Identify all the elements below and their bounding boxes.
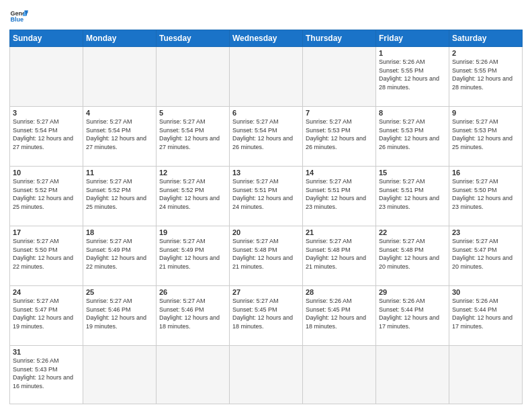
day-number: 27 xyxy=(232,288,300,296)
day-number: 11 xyxy=(86,169,153,177)
calendar-cell: 14Sunrise: 5:27 AM Sunset: 5:51 PM Dayli… xyxy=(303,167,376,226)
calendar-week-6: 31Sunrise: 5:26 AM Sunset: 5:43 PM Dayli… xyxy=(10,346,523,404)
day-number: 25 xyxy=(86,288,153,296)
calendar-week-3: 10Sunrise: 5:27 AM Sunset: 5:52 PM Dayli… xyxy=(10,167,523,226)
day-info: Sunrise: 5:27 AM Sunset: 5:53 PM Dayligh… xyxy=(379,118,446,151)
svg-text:Blue: Blue xyxy=(10,16,24,23)
day-number: 8 xyxy=(379,109,446,117)
day-info: Sunrise: 5:26 AM Sunset: 5:55 PM Dayligh… xyxy=(452,58,519,91)
calendar-cell: 25Sunrise: 5:27 AM Sunset: 5:46 PM Dayli… xyxy=(83,286,157,346)
day-number: 1 xyxy=(379,49,446,57)
calendar-cell xyxy=(83,47,157,107)
calendar-cell: 20Sunrise: 5:27 AM Sunset: 5:48 PM Dayli… xyxy=(230,226,303,286)
calendar-cell: 28Sunrise: 5:26 AM Sunset: 5:45 PM Dayli… xyxy=(303,286,376,346)
day-info: Sunrise: 5:27 AM Sunset: 5:48 PM Dayligh… xyxy=(306,237,373,271)
calendar-cell: 10Sunrise: 5:27 AM Sunset: 5:52 PM Dayli… xyxy=(10,167,83,226)
day-info: Sunrise: 5:26 AM Sunset: 5:44 PM Dayligh… xyxy=(379,297,446,330)
day-number: 24 xyxy=(13,288,80,296)
day-info: Sunrise: 5:26 AM Sunset: 5:43 PM Dayligh… xyxy=(13,357,80,390)
day-info: Sunrise: 5:27 AM Sunset: 5:52 PM Dayligh… xyxy=(86,177,153,211)
calendar-cell: 21Sunrise: 5:27 AM Sunset: 5:48 PM Dayli… xyxy=(303,226,376,286)
day-number: 14 xyxy=(306,169,373,177)
day-info: Sunrise: 5:27 AM Sunset: 5:51 PM Dayligh… xyxy=(232,177,300,211)
day-info: Sunrise: 5:27 AM Sunset: 5:54 PM Dayligh… xyxy=(232,118,300,151)
calendar-table: SundayMondayTuesdayWednesdayThursdayFrid… xyxy=(9,30,523,404)
day-info: Sunrise: 5:27 AM Sunset: 5:51 PM Dayligh… xyxy=(306,177,373,211)
day-info: Sunrise: 5:27 AM Sunset: 5:54 PM Dayligh… xyxy=(13,118,80,151)
calendar-cell: 29Sunrise: 5:26 AM Sunset: 5:44 PM Dayli… xyxy=(376,286,449,346)
day-number: 17 xyxy=(13,228,80,236)
header: General Blue xyxy=(9,7,523,26)
day-number: 3 xyxy=(13,109,80,117)
calendar-cell: 4Sunrise: 5:27 AM Sunset: 5:54 PM Daylig… xyxy=(83,107,157,167)
calendar-week-4: 17Sunrise: 5:27 AM Sunset: 5:50 PM Dayli… xyxy=(10,226,523,286)
day-info: Sunrise: 5:27 AM Sunset: 5:47 PM Dayligh… xyxy=(452,237,519,271)
calendar-cell: 5Sunrise: 5:27 AM Sunset: 5:54 PM Daylig… xyxy=(157,107,230,167)
generalblue-logo-icon: General Blue xyxy=(9,7,28,26)
day-info: Sunrise: 5:27 AM Sunset: 5:47 PM Dayligh… xyxy=(13,297,80,330)
weekday-header-wednesday: Wednesday xyxy=(230,30,303,47)
calendar-cell: 24Sunrise: 5:27 AM Sunset: 5:47 PM Dayli… xyxy=(10,286,83,346)
calendar-cell: 12Sunrise: 5:27 AM Sunset: 5:52 PM Dayli… xyxy=(157,167,230,226)
calendar-cell xyxy=(376,346,449,404)
calendar-cell: 11Sunrise: 5:27 AM Sunset: 5:52 PM Dayli… xyxy=(83,167,157,226)
day-info: Sunrise: 5:27 AM Sunset: 5:52 PM Dayligh… xyxy=(13,177,80,211)
day-info: Sunrise: 5:27 AM Sunset: 5:52 PM Dayligh… xyxy=(159,177,226,211)
day-info: Sunrise: 5:26 AM Sunset: 5:44 PM Dayligh… xyxy=(452,297,519,330)
day-number: 26 xyxy=(159,288,226,296)
day-number: 22 xyxy=(379,228,446,236)
logo: General Blue xyxy=(9,7,28,26)
day-number: 7 xyxy=(306,109,373,117)
calendar-cell: 15Sunrise: 5:27 AM Sunset: 5:51 PM Dayli… xyxy=(376,167,449,226)
day-info: Sunrise: 5:27 AM Sunset: 5:46 PM Dayligh… xyxy=(159,297,226,330)
calendar-cell: 31Sunrise: 5:26 AM Sunset: 5:43 PM Dayli… xyxy=(10,346,83,404)
day-number: 6 xyxy=(232,109,300,117)
day-info: Sunrise: 5:27 AM Sunset: 5:53 PM Dayligh… xyxy=(306,118,373,151)
calendar-cell: 7Sunrise: 5:27 AM Sunset: 5:53 PM Daylig… xyxy=(303,107,376,167)
calendar-cell: 23Sunrise: 5:27 AM Sunset: 5:47 PM Dayli… xyxy=(449,226,523,286)
day-number: 2 xyxy=(452,49,519,57)
day-number: 5 xyxy=(159,109,226,117)
day-info: Sunrise: 5:27 AM Sunset: 5:54 PM Dayligh… xyxy=(159,118,226,151)
calendar-cell: 17Sunrise: 5:27 AM Sunset: 5:50 PM Dayli… xyxy=(10,226,83,286)
calendar-cell: 19Sunrise: 5:27 AM Sunset: 5:49 PM Dayli… xyxy=(157,226,230,286)
calendar-cell: 22Sunrise: 5:27 AM Sunset: 5:48 PM Dayli… xyxy=(376,226,449,286)
calendar-cell xyxy=(83,346,157,404)
calendar-cell xyxy=(303,47,376,107)
calendar-cell xyxy=(230,47,303,107)
day-number: 4 xyxy=(86,109,153,117)
calendar-cell: 9Sunrise: 5:27 AM Sunset: 5:53 PM Daylig… xyxy=(449,107,523,167)
calendar-week-1: 1Sunrise: 5:26 AM Sunset: 5:55 PM Daylig… xyxy=(10,47,523,107)
day-number: 19 xyxy=(159,228,226,236)
weekday-header-sunday: Sunday xyxy=(10,30,83,47)
calendar-cell: 2Sunrise: 5:26 AM Sunset: 5:55 PM Daylig… xyxy=(449,47,523,107)
calendar-cell: 3Sunrise: 5:27 AM Sunset: 5:54 PM Daylig… xyxy=(10,107,83,167)
weekday-header-row: SundayMondayTuesdayWednesdayThursdayFrid… xyxy=(10,30,523,47)
day-number: 20 xyxy=(232,228,300,236)
day-number: 13 xyxy=(232,169,300,177)
day-number: 30 xyxy=(452,288,519,296)
day-number: 9 xyxy=(452,109,519,117)
calendar-cell: 13Sunrise: 5:27 AM Sunset: 5:51 PM Dayli… xyxy=(230,167,303,226)
calendar-cell xyxy=(157,47,230,107)
calendar-cell xyxy=(10,47,83,107)
day-number: 15 xyxy=(379,169,446,177)
day-number: 31 xyxy=(13,348,80,356)
day-info: Sunrise: 5:27 AM Sunset: 5:49 PM Dayligh… xyxy=(159,237,226,271)
day-info: Sunrise: 5:27 AM Sunset: 5:46 PM Dayligh… xyxy=(86,297,153,330)
day-info: Sunrise: 5:27 AM Sunset: 5:51 PM Dayligh… xyxy=(379,177,446,211)
day-info: Sunrise: 5:27 AM Sunset: 5:48 PM Dayligh… xyxy=(379,237,446,271)
day-number: 18 xyxy=(86,228,153,236)
day-number: 21 xyxy=(306,228,373,236)
calendar-cell: 26Sunrise: 5:27 AM Sunset: 5:46 PM Dayli… xyxy=(157,286,230,346)
day-info: Sunrise: 5:27 AM Sunset: 5:45 PM Dayligh… xyxy=(232,297,300,330)
calendar-cell xyxy=(157,346,230,404)
day-number: 16 xyxy=(452,169,519,177)
day-info: Sunrise: 5:27 AM Sunset: 5:50 PM Dayligh… xyxy=(13,237,80,271)
page: General Blue SundayMondayTuesdayWednesda… xyxy=(0,0,532,411)
calendar-cell xyxy=(230,346,303,404)
day-info: Sunrise: 5:26 AM Sunset: 5:45 PM Dayligh… xyxy=(306,297,373,330)
calendar-cell: 27Sunrise: 5:27 AM Sunset: 5:45 PM Dayli… xyxy=(230,286,303,346)
day-number: 29 xyxy=(379,288,446,296)
day-info: Sunrise: 5:27 AM Sunset: 5:54 PM Dayligh… xyxy=(86,118,153,151)
